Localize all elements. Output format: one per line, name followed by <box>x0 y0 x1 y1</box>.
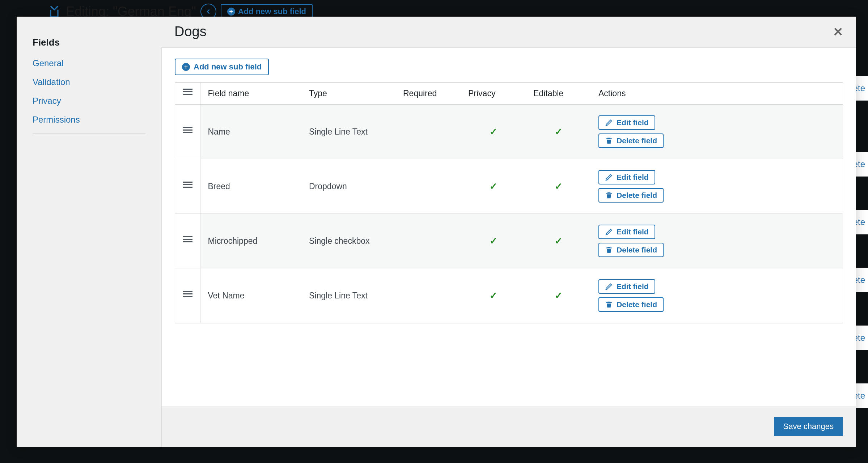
sidebar-link-permissions[interactable]: Permissions <box>33 115 145 125</box>
modal-content: + Add new sub field Field name Type Requ… <box>161 48 856 406</box>
edit-field-button[interactable]: Edit field <box>598 115 655 130</box>
cell-editable: ✓ <box>526 268 591 323</box>
delete-field-button[interactable]: Delete field <box>598 297 664 312</box>
delete-field-button[interactable]: Delete field <box>598 133 664 148</box>
pencil-icon <box>605 119 613 127</box>
col-drag <box>175 83 200 105</box>
save-changes-button[interactable]: Save changes <box>774 417 843 436</box>
table-row: MicrochippedSingle checkbox✓✓Edit fieldD… <box>175 214 843 268</box>
add-sub-field-button[interactable]: + Add new sub field <box>175 59 269 75</box>
cell-actions: Edit fieldDelete field <box>591 159 843 214</box>
sidebar-divider <box>33 133 145 134</box>
modal-main: Dogs ✕ + Add new sub field Fi <box>161 17 856 447</box>
cell-required <box>396 268 461 323</box>
drag-handle-icon[interactable] <box>183 291 192 298</box>
pencil-icon <box>605 173 613 181</box>
cell-type: Dropdown <box>302 159 396 214</box>
cell-field-name: Vet Name <box>200 268 302 323</box>
modal-header: Dogs ✕ <box>161 17 856 48</box>
modal-dialog: Fields General Validation Privacy Permis… <box>17 17 856 447</box>
cell-editable: ✓ <box>526 159 591 214</box>
plus-circle-icon: + <box>227 8 235 16</box>
cell-actions: Edit fieldDelete field <box>591 105 843 159</box>
cell-editable: ✓ <box>526 105 591 159</box>
col-actions: Actions <box>591 83 843 105</box>
check-icon: ✓ <box>490 126 497 137</box>
sidebar-link-privacy[interactable]: Privacy <box>33 96 145 106</box>
bg-add-label: Add new sub field <box>238 7 306 16</box>
check-icon: ✓ <box>555 181 563 192</box>
cell-privacy: ✓ <box>461 268 526 323</box>
col-type: Type <box>302 83 396 105</box>
check-icon: ✓ <box>490 290 497 301</box>
modal-sidebar: Fields General Validation Privacy Permis… <box>17 17 161 447</box>
table-row: NameSingle Line Text✓✓Edit fieldDelete f… <box>175 105 843 159</box>
cell-privacy: ✓ <box>461 105 526 159</box>
pencil-icon <box>605 283 613 290</box>
sidebar-link-validation[interactable]: Validation <box>33 77 145 87</box>
cell-type: Single Line Text <box>302 268 396 323</box>
trash-icon <box>605 301 613 309</box>
fields-table: Field name Type Required Privacy Editabl… <box>175 83 843 323</box>
plus-circle-icon: + <box>182 63 190 71</box>
cell-actions: Edit fieldDelete field <box>591 214 843 268</box>
trash-icon <box>605 191 613 199</box>
cell-required <box>396 105 461 159</box>
delete-field-button[interactable]: Delete field <box>598 243 664 257</box>
check-icon: ✓ <box>555 126 563 137</box>
pencil-icon <box>605 228 613 236</box>
cell-actions: Edit fieldDelete field <box>591 268 843 323</box>
cell-privacy: ✓ <box>461 214 526 268</box>
col-required: Required <box>396 83 461 105</box>
check-icon: ✓ <box>555 235 563 246</box>
sidebar-heading: Fields <box>33 37 145 48</box>
col-editable: Editable <box>526 83 591 105</box>
cell-field-name: Breed <box>200 159 302 214</box>
edit-field-button[interactable]: Edit field <box>598 225 655 239</box>
trash-icon <box>605 137 613 145</box>
modal-title: Dogs <box>174 24 207 39</box>
edit-field-button[interactable]: Edit field <box>598 170 655 184</box>
cell-field-name: Microchipped <box>200 214 302 268</box>
sidebar-link-general[interactable]: General <box>33 58 145 68</box>
cell-type: Single checkbox <box>302 214 396 268</box>
cell-required <box>396 214 461 268</box>
check-icon: ✓ <box>555 290 563 301</box>
check-icon: ✓ <box>490 235 497 246</box>
hamburger-icon <box>183 89 192 96</box>
delete-field-button[interactable]: Delete field <box>598 188 664 203</box>
col-field-name: Field name <box>200 83 302 105</box>
table-row: Vet NameSingle Line Text✓✓Edit fieldDele… <box>175 268 843 323</box>
add-sub-field-label: Add new sub field <box>194 62 262 72</box>
check-icon: ✓ <box>490 181 497 192</box>
cell-type: Single Line Text <box>302 105 396 159</box>
trash-icon <box>605 246 613 254</box>
cell-privacy: ✓ <box>461 159 526 214</box>
drag-handle-icon[interactable] <box>183 182 192 189</box>
edit-field-button[interactable]: Edit field <box>598 279 655 294</box>
col-privacy: Privacy <box>461 83 526 105</box>
cell-required <box>396 159 461 214</box>
fields-table-wrap: Field name Type Required Privacy Editabl… <box>175 82 843 323</box>
close-icon[interactable]: ✕ <box>833 25 843 39</box>
drag-handle-icon[interactable] <box>183 236 192 244</box>
table-row: BreedDropdown✓✓Edit fieldDelete field <box>175 159 843 214</box>
cell-editable: ✓ <box>526 214 591 268</box>
drag-handle-icon[interactable] <box>183 127 192 135</box>
cell-field-name: Name <box>200 105 302 159</box>
modal-footer: Save changes <box>161 406 856 447</box>
